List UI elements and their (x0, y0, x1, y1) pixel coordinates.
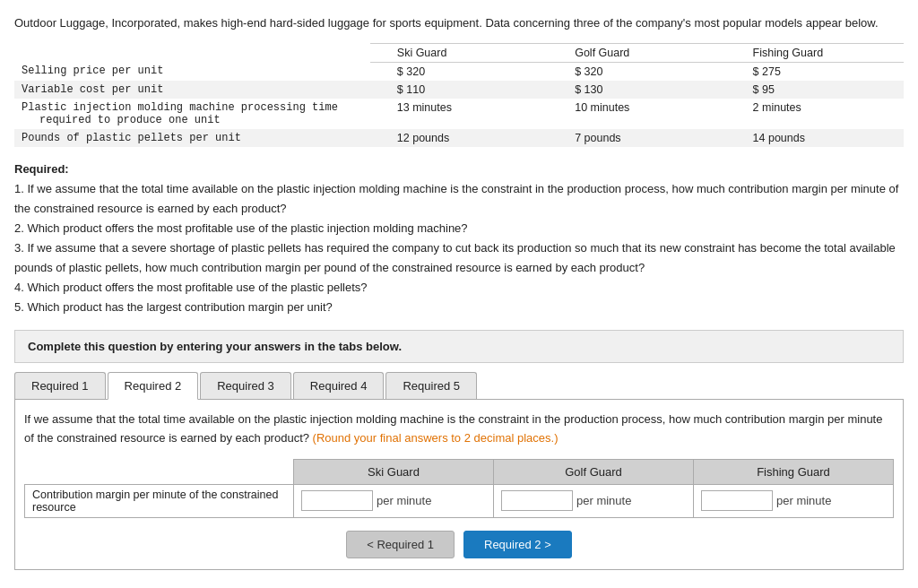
required-item-1: 1. If we assume that the total time avai… (14, 182, 898, 215)
answer-col-ski: Ski Guard (294, 459, 494, 484)
tab-required-1[interactable]: Required 1 (14, 372, 106, 399)
question-box: Complete this question by entering your … (14, 330, 904, 363)
row-label-4: Pounds of plastic pellets per unit (14, 129, 370, 147)
col-header-golf: Golf Guard (548, 43, 725, 62)
row-2-ski: $ 110 (370, 81, 548, 99)
tab-required-2[interactable]: Required 2 (108, 372, 199, 400)
tab-question: If we assume that the total time availab… (24, 411, 894, 448)
row-1-golf: $ 320 (548, 62, 725, 81)
golf-unit: per minute (576, 494, 631, 507)
intro-text: Outdoor Luggage, Incorporated, makes hig… (14, 14, 904, 32)
tab-required-3[interactable]: Required 3 (200, 372, 291, 399)
tab-content: If we assume that the total time availab… (14, 400, 904, 570)
tab-question-note: (Round your final answers to 2 decimal p… (313, 431, 559, 445)
row-2-golf: $ 130 (548, 81, 725, 99)
prev-button[interactable]: < Required 1 (346, 531, 455, 558)
required-item-3: 3. If we assume that a severe shortage o… (14, 241, 896, 274)
tab-required-4[interactable]: Required 4 (293, 372, 385, 399)
required-item-4: 4. Which product offers the most profita… (14, 281, 368, 294)
nav-buttons: < Required 1 Required 2 > (24, 531, 894, 558)
data-table: Ski Guard Golf Guard Fishing Guard Selli… (14, 43, 904, 147)
row-label-3: Plastic injection molding machine proces… (14, 99, 370, 129)
tabs-container: Required 1 Required 2 Required 3 Require… (14, 372, 904, 400)
row-1-ski: $ 320 (370, 62, 548, 81)
answer-golf-cell: per minute (494, 484, 694, 517)
ski-unit: per minute (377, 494, 431, 507)
required-title: Required: (14, 162, 69, 176)
golf-answer-input[interactable] (501, 490, 573, 511)
row-1-fishing: $ 275 (726, 62, 904, 81)
next-button[interactable]: Required 2 > (463, 531, 572, 558)
row-3-golf: 10 minutes (548, 99, 725, 129)
required-item-5: 5. Which product has the largest contrib… (14, 300, 333, 314)
row-4-fishing: 14 pounds (726, 129, 904, 147)
answer-col-golf: Golf Guard (494, 459, 694, 484)
answer-col-fishing: Fishing Guard (694, 459, 894, 484)
tab-required-5[interactable]: Required 5 (385, 372, 477, 399)
required-section: Required: 1. If we assume that the total… (14, 160, 904, 318)
row-4-ski: 12 pounds (370, 129, 548, 147)
row-4-golf: 7 pounds (548, 129, 725, 147)
col-header-fishing: Fishing Guard (726, 43, 904, 62)
fishing-answer-input[interactable] (701, 490, 773, 511)
row-3-fishing: 2 minutes (726, 99, 904, 129)
answer-row-label: Contribution margin per minute of the co… (25, 484, 294, 517)
row-2-fishing: $ 95 (726, 81, 904, 99)
required-item-2: 2. Which product offers the most profita… (14, 221, 468, 235)
row-label-1: Selling price per unit (14, 62, 370, 81)
row-3-ski: 13 minutes (370, 99, 548, 129)
col-header-ski: Ski Guard (370, 43, 548, 62)
answer-table: Ski Guard Golf Guard Fishing Guard Contr… (24, 459, 894, 518)
answer-fishing-cell: per minute (694, 484, 894, 517)
row-label-2: Variable cost per unit (14, 81, 370, 99)
ski-answer-input[interactable] (301, 490, 373, 511)
answer-ski-cell: per minute (294, 484, 494, 517)
fishing-unit: per minute (776, 494, 831, 507)
